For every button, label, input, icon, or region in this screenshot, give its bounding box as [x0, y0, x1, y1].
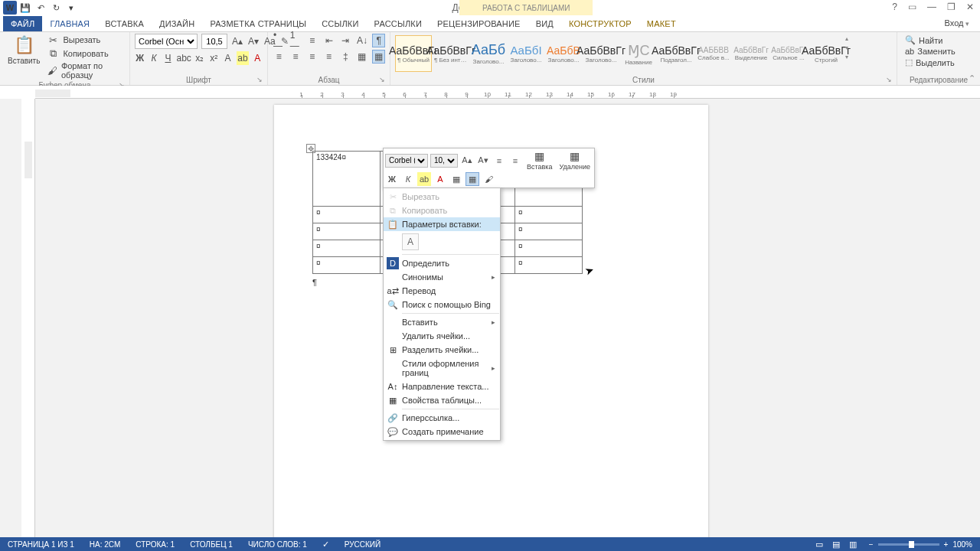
undo-icon[interactable]: ↶	[34, 1, 47, 15]
show-marks-button[interactable]: ¶	[372, 34, 385, 47]
print-layout-icon[interactable]: ▤	[828, 537, 844, 551]
shrink-font-icon[interactable]: A▾	[247, 34, 260, 48]
mini-bullets-icon[interactable]: ≡	[492, 154, 506, 168]
paste-keep-formatting[interactable]: A	[402, 233, 419, 250]
ribbon-options-button[interactable]: ▭	[908, 2, 916, 12]
borders-button[interactable]: ▦	[372, 50, 385, 64]
qa-more-icon[interactable]: ▾	[64, 1, 78, 15]
strike-button[interactable]: abc	[177, 51, 191, 65]
italic-button[interactable]: К	[149, 51, 158, 65]
status-page[interactable]: СТРАНИЦА 1 ИЗ 1	[0, 540, 82, 549]
zoom-slider[interactable]	[878, 543, 939, 546]
mini-shading[interactable]: ▦	[449, 172, 463, 186]
status-language[interactable]: РУССКИЙ	[337, 540, 388, 549]
font-color-button[interactable]: A	[253, 51, 263, 65]
mini-font-color[interactable]: A	[433, 172, 447, 186]
mini-highlight[interactable]: ab	[417, 172, 431, 186]
style-item[interactable]: ААББВВСлабое в...	[695, 35, 732, 72]
increase-indent-button[interactable]: ⇥	[339, 34, 352, 47]
web-layout-icon[interactable]: ▥	[844, 537, 861, 551]
ctx-table-properties[interactable]: ▦Свойства таблицы...	[384, 393, 500, 407]
subscript-button[interactable]: x₂	[194, 51, 204, 65]
mini-grow-icon[interactable]: A▴	[460, 154, 474, 168]
mini-delete-button[interactable]: ▦Удаление	[557, 150, 593, 171]
close-button[interactable]: ✕	[966, 2, 974, 12]
ctx-text-direction[interactable]: A↕Направление текста...	[384, 380, 500, 393]
numbering-button[interactable]: 1—	[289, 34, 302, 47]
status-line[interactable]: СТРОКА: 1	[128, 540, 182, 549]
mini-size-select[interactable]: 10,5	[430, 154, 458, 168]
font-size-input[interactable]	[201, 34, 227, 49]
find-button[interactable]: 🔍Найти	[905, 35, 972, 45]
ctx-define[interactable]: DОпределить	[384, 256, 500, 270]
minimize-button[interactable]: —	[927, 2, 936, 12]
ctx-split-cells[interactable]: ⊞Разделить ячейки...	[384, 343, 500, 357]
tab-design[interactable]: ДИЗАЙН	[152, 16, 202, 31]
save-icon[interactable]: 💾	[18, 1, 32, 15]
line-spacing-button[interactable]: ‡	[339, 50, 352, 64]
mini-borders[interactable]: ▦	[466, 172, 479, 186]
underline-button[interactable]: Ч	[163, 51, 173, 65]
style-item[interactable]: АаБбЗаголово...	[470, 35, 507, 72]
tab-table-design[interactable]: КОНСТРУКТОР	[561, 16, 639, 31]
justify-button[interactable]: ≡	[322, 50, 335, 64]
read-mode-icon[interactable]: ▭	[811, 537, 828, 551]
mini-insert-button[interactable]: ▦Вставка	[524, 150, 554, 171]
ctx-border-styles[interactable]: Стили оформления границ▸	[384, 357, 500, 380]
sort-button[interactable]: A↓	[356, 34, 369, 47]
bold-button[interactable]: Ж	[135, 51, 145, 65]
format-painter-button[interactable]: 🖌Формат по образцу	[47, 61, 125, 80]
style-item[interactable]: АаБбIЗаголово...	[508, 35, 544, 72]
zoom-out-button[interactable]: −	[869, 540, 874, 549]
styles-gallery[interactable]: АаБбВвГг¶ ОбычныйАаБбВвГг¶ Без инте...Аа…	[395, 34, 892, 72]
ctx-comment[interactable]: 💬Создать примечание	[384, 425, 500, 439]
copy-button[interactable]: ⧉Копировать	[47, 47, 125, 60]
mini-font-select[interactable]: Corbel (О	[385, 154, 428, 168]
font-name-select[interactable]: Corbel (Осн	[135, 34, 198, 49]
style-item[interactable]: АаБбВвГгЗаголово...	[583, 35, 619, 72]
sign-in-link[interactable]: Вход	[945, 18, 969, 28]
status-position[interactable]: НА: 2СМ	[82, 540, 128, 549]
redo-icon[interactable]: ↻	[49, 1, 63, 15]
status-words[interactable]: ЧИСЛО СЛОВ: 1	[240, 540, 315, 549]
tab-mailings[interactable]: РАССЫЛКИ	[367, 16, 430, 31]
collapse-ribbon-icon[interactable]: ⌃	[969, 73, 975, 83]
paste-button[interactable]: 📋Вставить	[5, 34, 43, 67]
ctx-bing[interactable]: 🔍Поиск с помощью Bing	[384, 298, 500, 311]
ctx-insert[interactable]: Вставить▸	[384, 315, 500, 329]
tab-file[interactable]: ФАЙЛ	[3, 16, 42, 31]
mini-bold[interactable]: Ж	[385, 172, 399, 186]
vertical-ruler[interactable]	[21, 99, 35, 537]
help-button[interactable]: ?	[892, 2, 897, 12]
mini-italic[interactable]: К	[401, 172, 415, 186]
align-right-button[interactable]: ≡	[305, 50, 318, 64]
status-column[interactable]: СТОЛБЕЦ 1	[182, 540, 240, 549]
tab-view[interactable]: ВИД	[528, 16, 561, 31]
tab-table-layout[interactable]: МАКЕТ	[639, 16, 684, 31]
tab-insert[interactable]: ВСТАВКА	[97, 16, 152, 31]
mini-numbering-icon[interactable]: ≡	[508, 154, 522, 168]
style-item[interactable]: АаБбВвГг¶ Без инте...	[433, 35, 469, 72]
align-center-button[interactable]: ≡	[289, 50, 302, 64]
cut-button[interactable]: ✂Вырезать	[47, 34, 125, 46]
zoom-level[interactable]: 100%	[952, 540, 972, 549]
grow-font-icon[interactable]: A▴	[231, 34, 243, 48]
ctx-synonyms[interactable]: Синонимы▸	[384, 270, 500, 284]
mini-shrink-icon[interactable]: A▾	[476, 154, 490, 168]
select-button[interactable]: ⬚Выделить	[905, 57, 972, 67]
replace-button[interactable]: abЗаменить	[905, 47, 972, 56]
restore-button[interactable]: ❐	[947, 2, 956, 12]
tab-references[interactable]: ССЫЛКИ	[314, 16, 366, 31]
bullets-button[interactable]: •—	[273, 34, 286, 47]
ctx-copy[interactable]: ⧉Копировать	[384, 204, 500, 217]
ctx-translate[interactable]: a⇄Перевод	[384, 284, 500, 298]
font-launcher[interactable]: ↘	[256, 76, 263, 83]
tab-layout[interactable]: РАЗМЕТКА СТРАНИЦЫ	[202, 16, 314, 31]
decrease-indent-button[interactable]: ⇤	[322, 34, 335, 47]
style-item[interactable]: АаБбВвГгСтрогий	[808, 35, 844, 72]
tab-review[interactable]: РЕЦЕНЗИРОВАНИЕ	[430, 16, 528, 31]
mini-painter[interactable]: 🖌	[482, 172, 495, 186]
superscript-button[interactable]: x²	[209, 51, 219, 65]
multilevel-button[interactable]: ≡	[305, 34, 318, 47]
page[interactable]: ✥ 133424¤¤¤¤ ¤¤¤¤ ¤¤¤¤ ¤¤¤¤ ¤¤¤¤ ¶ Corbe…	[274, 105, 708, 537]
